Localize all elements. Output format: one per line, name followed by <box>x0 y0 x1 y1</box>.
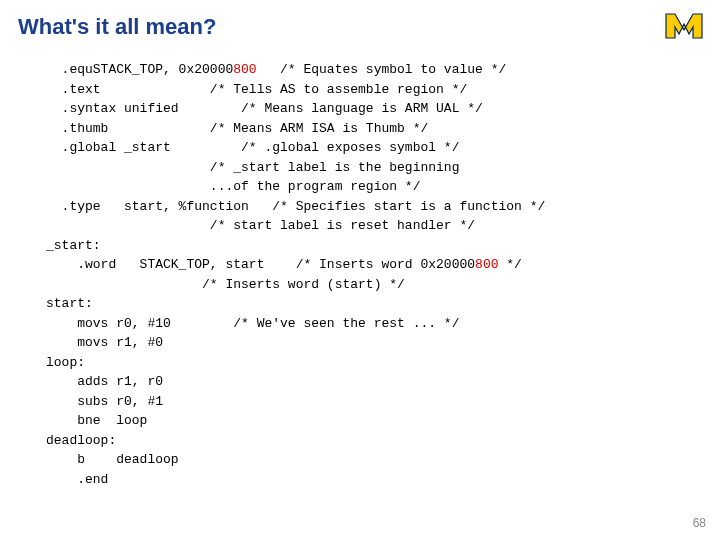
code-line: start: <box>46 296 93 311</box>
code-line: movs r0, #10 /* We've seen the rest ... … <box>46 316 459 331</box>
code-line: subs r0, #1 <box>46 394 163 409</box>
code-line: ...of the program region */ <box>46 179 420 194</box>
code-highlight: 800 <box>233 62 256 77</box>
code-line: .word STACK_TOP, start /* Inserts word 0… <box>46 257 475 272</box>
page-number: 68 <box>693 516 706 530</box>
code-line: .end <box>46 472 108 487</box>
code-line: bne loop <box>46 413 147 428</box>
code-line: adds r1, r0 <box>46 374 163 389</box>
code-line: /* start label is reset handler */ <box>46 218 475 233</box>
code-line: */ <box>498 257 521 272</box>
slide-title: What's it all mean? <box>18 14 216 40</box>
code-line: .syntax unified /* Means language is ARM… <box>46 101 483 116</box>
code-line: .type start, %function /* Specifies star… <box>46 199 545 214</box>
code-highlight: 800 <box>475 257 498 272</box>
code-line: /* _start label is the beginning <box>46 160 459 175</box>
code-line: .equSTACK_TOP, 0x20000 <box>46 62 233 77</box>
code-line: movs r1, #0 <box>46 335 163 350</box>
code-line: .thumb /* Means ARM ISA is Thumb */ <box>46 121 428 136</box>
code-line: .text /* Tells AS to assemble region */ <box>46 82 467 97</box>
code-line: deadloop: <box>46 433 116 448</box>
assembly-code-block: .equSTACK_TOP, 0x20000800 /* Equates sym… <box>46 60 545 489</box>
code-line: /* Equates symbol to value */ <box>257 62 507 77</box>
code-line: /* Inserts word (start) */ <box>46 277 405 292</box>
code-line: _start: <box>46 238 101 253</box>
code-line: b deadloop <box>46 452 179 467</box>
code-line: .global _start /* .global exposes symbol… <box>46 140 459 155</box>
code-line: loop: <box>46 355 85 370</box>
michigan-logo-icon <box>664 12 704 44</box>
